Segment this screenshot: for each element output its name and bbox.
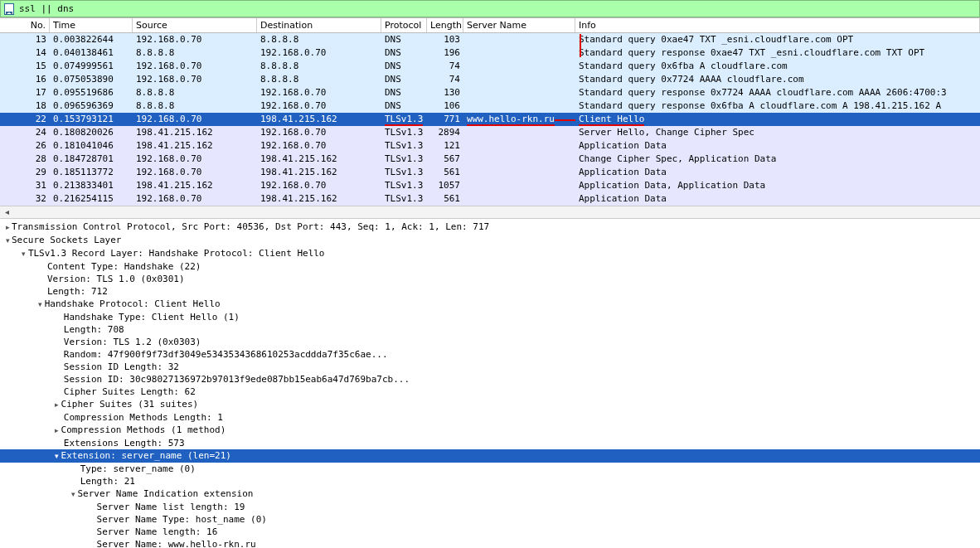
detail-text: Compression Methods Length: 1: [64, 412, 223, 423]
table-row[interactable]: 140.0401384618.8.8.8192.168.0.70DNS196St…: [0, 46, 980, 60]
cell: DNS: [381, 99, 427, 113]
scroll-left-icon[interactable]: ◂: [2, 207, 12, 217]
col-header-src[interactable]: Source: [133, 18, 257, 32]
cell: 8.8.8.8: [133, 99, 257, 113]
cell: [463, 126, 575, 139]
detail-line[interactable]: Server Name length: 16: [0, 526, 980, 538]
display-filter-input[interactable]: [17, 2, 976, 15]
detail-line-selected[interactable]: Extension: server_name (len=21): [0, 449, 980, 463]
detail-line[interactable]: Handshake Type: Client Hello (1): [0, 311, 980, 323]
cell: 0.216254115: [50, 192, 133, 206]
cell: 8.8.8.8: [257, 73, 381, 86]
detail-line[interactable]: Compression Methods (1 method): [0, 424, 980, 437]
detail-line[interactable]: Secure Sockets Layer: [0, 234, 980, 247]
detail-line[interactable]: Extensions Length: 573: [0, 437, 980, 449]
cell: 198.41.215.162: [257, 166, 381, 179]
detail-line[interactable]: Version: TLS 1.2 (0x0303): [0, 336, 980, 348]
cell: Server Hello, Change Cipher Spec: [575, 126, 980, 139]
detail-text: Server Name Type: host_name (0): [97, 514, 267, 525]
cell: Standard query 0x7724 AAAA cloudflare.co…: [575, 73, 980, 86]
table-row[interactable]: 220.153793121192.168.0.70198.41.215.162T…: [0, 113, 980, 126]
cell: 561: [427, 192, 463, 206]
table-row[interactable]: 320.216254115192.168.0.70198.41.215.162T…: [0, 192, 980, 206]
cell: 32: [0, 192, 50, 206]
col-header-len[interactable]: Length: [427, 18, 463, 32]
col-header-dst[interactable]: Destination: [257, 18, 381, 32]
cell: [463, 192, 575, 206]
detail-line[interactable]: Random: 47f900f9f73df3049e53435343686102…: [0, 348, 980, 361]
cell: 26: [0, 139, 50, 153]
detail-line[interactable]: Type: server_name (0): [0, 463, 980, 475]
detail-line[interactable]: Handshake Protocol: Client Hello: [0, 298, 980, 311]
cell: Application Data, Application Data: [575, 179, 980, 192]
detail-line[interactable]: Length: 708: [0, 323, 980, 336]
cell: 0.180820026: [50, 126, 133, 139]
cell: DNS: [381, 33, 427, 46]
col-header-info[interactable]: Info: [575, 18, 980, 32]
col-header-no[interactable]: No.: [0, 18, 50, 32]
detail-line[interactable]: Server Name list length: 19: [0, 501, 980, 513]
detail-line[interactable]: Length: 21: [0, 475, 980, 487]
detail-text: Length: 708: [64, 324, 124, 335]
detail-text: Version: TLS 1.2 (0x0303): [64, 337, 201, 347]
cell: 28: [0, 153, 50, 166]
detail-line[interactable]: Content Type: Handshake (22): [0, 260, 980, 273]
col-header-proto[interactable]: Protocol: [381, 18, 427, 32]
detail-line[interactable]: Transmission Control Protocol, Src Port:…: [0, 221, 980, 234]
table-row[interactable]: 170.0955196868.8.8.8192.168.0.70DNS130St…: [0, 86, 980, 99]
cell: Application Data: [575, 192, 980, 206]
cell: [463, 60, 575, 73]
cell: 0.181041046: [50, 139, 133, 153]
detail-text: Random: 47f900f9f73df3049e53435343686102…: [64, 349, 388, 360]
detail-line[interactable]: Session ID Length: 32: [0, 361, 980, 373]
detail-text: Content Type: Handshake (22): [47, 261, 201, 272]
cell: 0.213833401: [50, 179, 133, 192]
cell: www.hello-rkn.ru: [463, 113, 575, 126]
table-row[interactable]: 180.0965963698.8.8.8192.168.0.70DNS106St…: [0, 99, 980, 113]
detail-line[interactable]: Session ID: 30c98027136972b97013f9ede087…: [0, 373, 980, 386]
cell: 192.168.0.70: [257, 139, 381, 153]
cell: 196: [427, 46, 463, 60]
table-row[interactable]: 240.180820026198.41.215.162192.168.0.70T…: [0, 126, 980, 139]
bookmark-icon[interactable]: [4, 3, 14, 15]
detail-line[interactable]: Version: TLS 1.0 (0x0301): [0, 273, 980, 285]
packet-list-header: No. Time Source Destination Protocol Len…: [0, 18, 980, 33]
table-row[interactable]: 290.185113772192.168.0.70198.41.215.162T…: [0, 166, 980, 179]
horizontal-scrollbar[interactable]: ◂: [0, 206, 980, 219]
detail-text: Length: 712: [47, 286, 108, 297]
cell: 0.185113772: [50, 166, 133, 179]
table-row[interactable]: 130.003822644192.168.0.708.8.8.8DNS103St…: [0, 33, 980, 46]
cell: 15: [0, 60, 50, 73]
cell: [463, 73, 575, 86]
cell: [463, 46, 575, 60]
table-row[interactable]: 310.213833401198.41.215.162192.168.0.70T…: [0, 179, 980, 192]
cell: [463, 139, 575, 153]
detail-line[interactable]: Server Name Indication extension: [0, 487, 980, 501]
table-row[interactable]: 160.075053890192.168.0.708.8.8.8DNS74Sta…: [0, 73, 980, 86]
detail-line[interactable]: Cipher Suites Length: 62: [0, 386, 980, 398]
col-header-time[interactable]: Time: [50, 18, 133, 32]
table-row[interactable]: 150.074999561192.168.0.708.8.8.8DNS74Sta…: [0, 60, 980, 73]
cell: 0.003822644: [50, 33, 133, 46]
detail-line[interactable]: TLSv1.3 Record Layer: Handshake Protocol…: [0, 247, 980, 260]
table-row[interactable]: 260.181041046198.41.215.162192.168.0.70T…: [0, 139, 980, 153]
detail-text: Length: 21: [80, 476, 135, 487]
packet-details: Transmission Control Protocol, Src Port:…: [0, 219, 980, 548]
detail-line[interactable]: Length: 712: [0, 285, 980, 298]
detail-text: Secure Sockets Layer: [12, 235, 121, 245]
col-header-sni[interactable]: Server Name: [463, 18, 575, 32]
cell: Standard query 0xae47 TXT _esni.cloudfla…: [575, 33, 980, 46]
table-row[interactable]: 280.184728701192.168.0.70198.41.215.162T…: [0, 153, 980, 166]
cell: 16: [0, 73, 50, 86]
cell: [463, 166, 575, 179]
detail-line[interactable]: Cipher Suites (31 suites): [0, 398, 980, 411]
detail-line[interactable]: Compression Methods Length: 1: [0, 411, 980, 424]
detail-line[interactable]: Server Name: www.hello-rkn.ru: [0, 538, 980, 548]
cell: 14: [0, 46, 50, 60]
detail-text: Compression Methods (1 method): [61, 424, 226, 435]
detail-text: Server Name length: 16: [97, 526, 218, 537]
cell: [463, 86, 575, 99]
cell: TLSv1.3: [381, 139, 427, 153]
detail-line[interactable]: Server Name Type: host_name (0): [0, 513, 980, 526]
detail-text: Server Name list length: 19: [97, 502, 245, 512]
